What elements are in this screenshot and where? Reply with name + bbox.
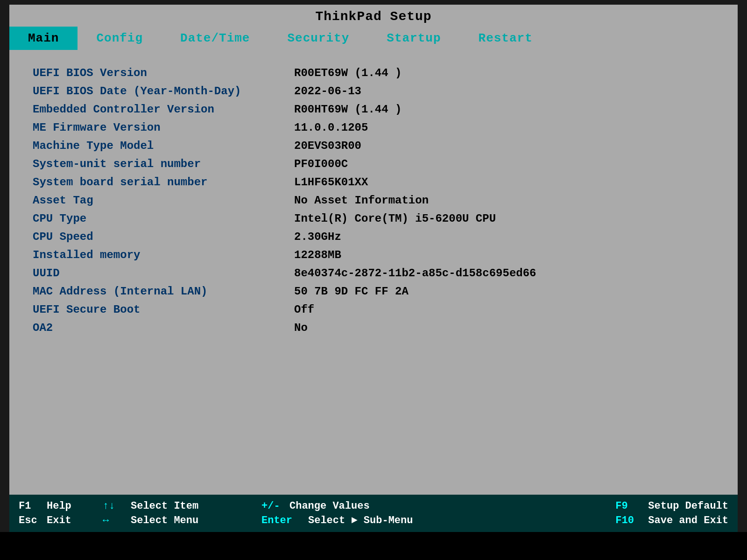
value-oa2: No: [294, 322, 714, 334]
table-row: Embedded Controller Version R00HT69W (1.…: [33, 100, 714, 119]
table-row: Machine Type Model 20EVS03R00: [33, 137, 714, 155]
nav-startup[interactable]: Startup: [368, 27, 459, 50]
value-mac-address: 50 7B 9D FC FF 2A: [294, 285, 714, 298]
label-cpu-type: CPU Type: [33, 212, 294, 225]
table-row: UEFI Secure Boot Off: [33, 301, 714, 319]
label-me-firmware: ME Firmware Version: [33, 121, 294, 134]
label-mac-address: MAC Address (Internal LAN): [33, 285, 294, 298]
footer-f9-key: F9: [615, 500, 648, 512]
label-cpu-speed: CPU Speed: [33, 231, 294, 243]
info-table: UEFI BIOS Version R00ET69W (1.44 ) UEFI …: [33, 64, 714, 337]
nav-bar: Main Config Date/Time Security Startup R…: [9, 27, 738, 50]
label-oa2: OA2: [33, 322, 294, 334]
value-ec-version: R00HT69W (1.44 ): [294, 103, 714, 116]
page-title: ThinkPad Setup: [9, 5, 738, 27]
table-row: UEFI BIOS Date (Year-Month-Day) 2022-06-…: [33, 82, 714, 100]
table-row: Installed memory 12288MB: [33, 246, 714, 264]
value-me-firmware: 11.0.0.1205: [294, 121, 714, 134]
label-uuid: UUID: [33, 267, 294, 280]
table-row: OA2 No: [33, 319, 714, 337]
content-area: UEFI BIOS Version R00ET69W (1.44 ) UEFI …: [9, 50, 738, 495]
label-ec-version: Embedded Controller Version: [33, 103, 294, 116]
footer-enter-key: Enter: [261, 515, 308, 526]
table-row: System-unit serial number PF0I000C: [33, 155, 714, 173]
footer-f1-key: F1: [19, 500, 47, 512]
table-row: MAC Address (Internal LAN) 50 7B 9D FC F…: [33, 282, 714, 301]
table-row: UEFI BIOS Version R00ET69W (1.44 ): [33, 64, 714, 82]
footer-save-exit-label: Save and Exit: [648, 515, 728, 526]
label-asset-tag: Asset Tag: [33, 194, 294, 207]
label-system-board-serial: System board serial number: [33, 176, 294, 189]
value-system-board-serial: L1HF65K01XX: [294, 176, 714, 189]
label-installed-memory: Installed memory: [33, 249, 294, 261]
footer-esc-key: Esc: [19, 515, 47, 526]
footer-help-label: Help: [47, 500, 103, 512]
footer-setup-default-label: Setup Default: [648, 500, 728, 512]
footer-change-values-label: Change Values: [289, 500, 420, 512]
nav-restart[interactable]: Restart: [460, 27, 551, 50]
label-machine-type: Machine Type Model: [33, 140, 294, 152]
nav-security[interactable]: Security: [268, 27, 368, 50]
footer-select-menu-label: Select Menu: [131, 515, 261, 526]
value-system-unit-serial: PF0I000C: [294, 158, 714, 170]
value-uefi-secure-boot: Off: [294, 303, 714, 316]
value-uefi-bios-date: 2022-06-13: [294, 85, 714, 98]
table-row: UUID 8e40374c-2872-11b2-a85c-d158c695ed6…: [33, 264, 714, 282]
label-uefi-bios-date: UEFI BIOS Date (Year-Month-Day): [33, 85, 294, 98]
table-row: CPU Speed 2.30GHz: [33, 228, 714, 246]
label-uefi-bios-version: UEFI BIOS Version: [33, 67, 294, 79]
nav-datetime[interactable]: Date/Time: [162, 27, 268, 50]
value-cpu-speed: 2.30GHz: [294, 231, 714, 243]
nav-main[interactable]: Main: [9, 27, 78, 50]
footer-exit-label: Exit: [47, 515, 103, 526]
table-row: System board serial number L1HF65K01XX: [33, 173, 714, 191]
table-row: ME Firmware Version 11.0.0.1205: [33, 119, 714, 137]
footer-updown-icon: ↑↓: [103, 500, 131, 512]
bottom-black-bar: [0, 532, 747, 560]
footer-plusminus-icon: +/-: [261, 500, 289, 512]
label-system-unit-serial: System-unit serial number: [33, 158, 294, 170]
table-row: Asset Tag No Asset Information: [33, 191, 714, 210]
nav-config[interactable]: Config: [78, 27, 162, 50]
footer-bar: F1 Help ↑↓ Select Item +/- Change Values…: [9, 495, 738, 532]
value-uuid: 8e40374c-2872-11b2-a85c-d158c695ed66: [294, 267, 714, 280]
label-uefi-secure-boot: UEFI Secure Boot: [33, 303, 294, 316]
footer-row-2: Esc Exit ↔ Select Menu Enter Select ► Su…: [19, 515, 728, 526]
value-machine-type: 20EVS03R00: [294, 140, 714, 152]
value-asset-tag: No Asset Information: [294, 194, 714, 207]
footer-row-1: F1 Help ↑↓ Select Item +/- Change Values…: [19, 500, 728, 512]
footer-select-item-label: Select Item: [131, 500, 261, 512]
value-installed-memory: 12288MB: [294, 249, 714, 261]
table-row: CPU Type Intel(R) Core(TM) i5-6200U CPU: [33, 210, 714, 228]
footer-f10-key: F10: [615, 515, 648, 526]
value-uefi-bios-version: R00ET69W (1.44 ): [294, 67, 714, 79]
footer-submenu-label: Select ► Sub-Menu: [308, 515, 439, 526]
footer-leftright-icon: ↔: [103, 515, 131, 526]
value-cpu-type: Intel(R) Core(TM) i5-6200U CPU: [294, 212, 714, 225]
